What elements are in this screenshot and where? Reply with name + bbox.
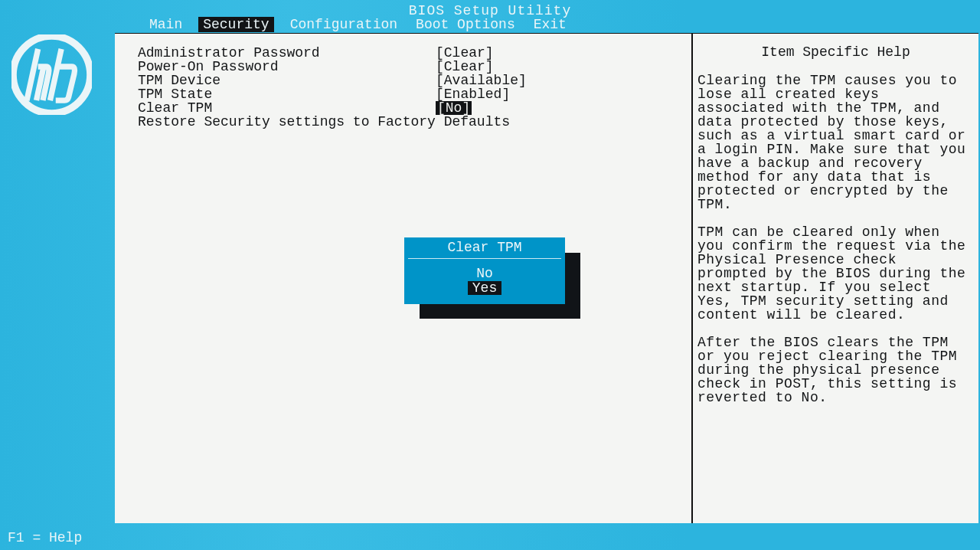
menu-item-boot-options[interactable]: Boot Options <box>413 17 518 32</box>
menu-item-main[interactable]: Main <box>147 17 185 32</box>
setting-value[interactable]: [No] <box>436 101 472 115</box>
setting-row[interactable]: TPM State[Enabled] <box>138 87 668 101</box>
main-panel: Administrator Password[Clear]Power-On Pa… <box>115 34 693 523</box>
menu-bar: MainSecurityConfigurationBoot OptionsExi… <box>147 17 569 32</box>
setting-label: Administrator Password <box>138 46 436 60</box>
help-paragraph: TPM can be cleared only when you confirm… <box>697 225 974 322</box>
page-title: BIOS Setup Utility <box>0 3 980 18</box>
panels: Administrator Password[Clear]Power-On Pa… <box>115 33 978 523</box>
setting-label: TPM Device <box>138 74 436 87</box>
setting-value[interactable]: [Clear] <box>436 60 494 74</box>
dialog-box: Clear TPM NoYes <box>404 237 565 304</box>
svg-line-3 <box>50 49 61 100</box>
help-body: Clearing the TPM causes you to lose all … <box>697 74 974 404</box>
help-paragraph: After the BIOS clears the TPM or you rej… <box>697 336 974 404</box>
setting-value[interactable]: [Enabled] <box>436 87 510 101</box>
menu-item-exit[interactable]: Exit <box>531 17 569 32</box>
menu-item-security[interactable]: Security <box>198 17 273 32</box>
setting-row[interactable]: TPM Device[Available] <box>138 74 668 87</box>
dialog-options: NoYes <box>405 267 564 300</box>
setting-value[interactable]: [Available] <box>436 74 527 87</box>
dialog: Clear TPM NoYes <box>404 237 565 304</box>
help-paragraph: Clearing the TPM causes you to lose all … <box>697 74 974 211</box>
setting-label: TPM State <box>138 87 436 101</box>
setting-label: Power-On Password <box>138 60 436 74</box>
setting-row[interactable]: Power-On Password[Clear] <box>138 60 668 74</box>
dialog-option-no[interactable]: No <box>408 267 561 280</box>
menu-item-configuration[interactable]: Configuration <box>288 17 400 32</box>
footer-help-hint: F1 = Help <box>8 530 82 545</box>
settings-list: Administrator Password[Clear]Power-On Pa… <box>138 46 668 129</box>
setting-row[interactable]: Administrator Password[Clear] <box>138 46 668 60</box>
help-title: Item Specific Help <box>697 44 974 60</box>
setting-row[interactable]: Restore Security settings to Factory Def… <box>138 115 668 129</box>
svg-point-0 <box>13 36 90 113</box>
setting-value[interactable]: [Clear] <box>436 46 494 60</box>
dialog-option-yes[interactable]: Yes <box>405 280 564 296</box>
setting-label: Clear TPM <box>138 101 436 115</box>
bios-screen: BIOS Setup Utility MainSecurityConfigura… <box>0 0 980 550</box>
help-panel: Item Specific Help Clearing the TPM caus… <box>693 34 978 523</box>
dialog-title: Clear TPM <box>408 238 561 259</box>
setting-label: Restore Security settings to Factory Def… <box>138 115 436 129</box>
hp-logo <box>11 34 92 115</box>
setting-row[interactable]: Clear TPM[No] <box>138 101 668 115</box>
